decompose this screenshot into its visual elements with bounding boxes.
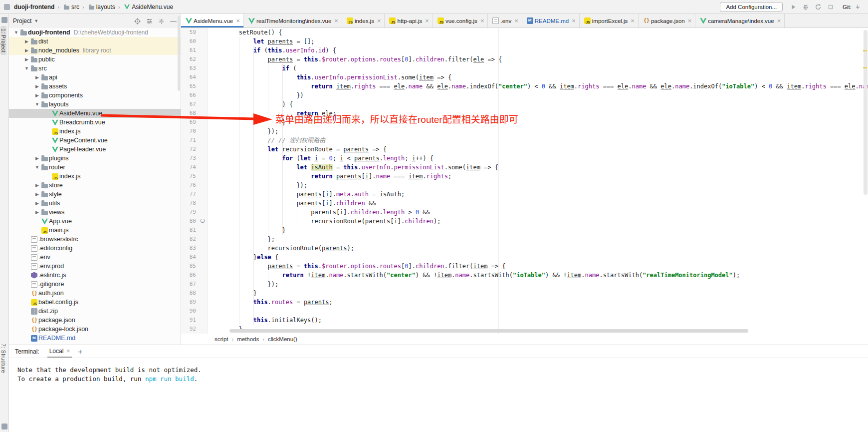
chevron-down-icon[interactable]: ▼ (13, 30, 19, 35)
tree-item-package-lock.json[interactable]: package-lock.json (9, 325, 181, 334)
close-icon[interactable]: × (480, 17, 484, 24)
code-line-70[interactable]: 70 }); (181, 127, 868, 136)
locate-file-icon[interactable] (134, 18, 141, 24)
chevron-right-icon[interactable]: ▶ (34, 84, 40, 89)
chevron-down-icon[interactable]: ▼ (23, 66, 30, 71)
hide-panel-icon[interactable]: — (170, 18, 177, 24)
breadcrumb-clickmenu-[interactable]: clickMenu() (268, 336, 297, 342)
tree-item-router[interactable]: ▼router (9, 163, 181, 172)
tree-item-dist.zip[interactable]: dist.zip (9, 307, 181, 316)
code-line-73[interactable]: 73 for (let i = 0; i < parents.length; i… (181, 154, 868, 163)
tab-http-api.js[interactable]: http-api.js× (385, 14, 433, 27)
tab-realtimemonitoring-index.vue[interactable]: realTimeMonitoring\index.vue× (244, 14, 342, 27)
terminal-tab-local[interactable]: Local × (47, 345, 72, 358)
stop-icon[interactable] (826, 2, 835, 11)
close-icon[interactable]: × (377, 17, 381, 24)
run-icon[interactable] (789, 2, 797, 11)
title-project-name[interactable]: duoji-frontend (14, 3, 54, 10)
code-line-72[interactable]: 72 let recursionRoute = parents => { (181, 145, 868, 154)
close-icon[interactable]: × (572, 17, 576, 24)
tab-package.json[interactable]: package.json× (639, 14, 695, 27)
chevron-right-icon[interactable]: ▶ (34, 210, 40, 215)
tree-item-api[interactable]: ▶api (9, 73, 181, 82)
close-icon[interactable]: × (66, 348, 70, 355)
tree-item-breadcrumb.vue[interactable]: Breadcrumb.vue (9, 118, 181, 127)
tree-item-.eslintrc.js[interactable]: .eslintrc.js (9, 271, 181, 280)
tree-item-.browserslistrc[interactable]: .browserslistrc (9, 235, 181, 244)
code-line-65[interactable]: 65 return item.rights === ele.name && el… (181, 82, 868, 91)
code-area[interactable]: 59 setRoute() {60 let parents = [];61 if… (181, 28, 868, 334)
tree-item-style[interactable]: ▶style (9, 190, 181, 199)
tab-readme.md[interactable]: README.md× (522, 14, 580, 27)
horizontal-scrollbar[interactable] (229, 329, 748, 333)
git-label[interactable]: Git: (843, 4, 852, 10)
code-line-86[interactable]: 86 return !item.name.startsWith("center"… (181, 271, 868, 280)
code-line-90[interactable]: 90 (181, 307, 868, 316)
chevron-right-icon[interactable]: ▶ (23, 48, 30, 53)
chevron-right-icon[interactable]: ▶ (23, 39, 30, 44)
breadcrumb-script[interactable]: script (215, 336, 228, 342)
code-line-85[interactable]: 85 parents = this.$router.options.routes… (181, 262, 868, 271)
tree-item-index.js[interactable]: index.js (9, 172, 181, 181)
tree-item-package.json[interactable]: package.json (9, 316, 181, 325)
tree-item-views[interactable]: ▶views (9, 208, 181, 217)
tree-item-components[interactable]: ▶components (9, 91, 181, 100)
code-line-67[interactable]: 67 ) { (181, 100, 868, 109)
tab-vue.config.js[interactable]: vue.config.js× (433, 14, 488, 27)
chevron-right-icon[interactable]: ▶ (23, 57, 30, 62)
close-icon[interactable]: × (425, 17, 429, 24)
tree-item-.gitignore[interactable]: .gitignore (9, 280, 181, 289)
code-line-62[interactable]: 62 parents = this.$router.options.routes… (181, 55, 868, 64)
breadcrumb-layouts[interactable]: layouts (96, 3, 115, 10)
tool-button-structure[interactable]: 7: Structure (0, 344, 6, 373)
close-icon[interactable]: × (334, 17, 338, 24)
tree-item-utils[interactable]: ▶utils (9, 199, 181, 208)
code-line-75[interactable]: 75 return parents[i].name === item.right… (181, 172, 868, 181)
tree-item-duoji-frontend[interactable]: ▼duoji-frontendD:\zheheWeb\duoji-fronten… (9, 28, 181, 37)
git-update-icon[interactable] (854, 2, 862, 11)
code-line-89[interactable]: 89 this.routes = parents; (181, 298, 868, 307)
chevron-down-icon[interactable]: ▼ (34, 18, 38, 23)
chevron-right-icon[interactable]: ▶ (34, 183, 40, 188)
code-line-82[interactable]: 82 }; (181, 235, 868, 244)
close-icon[interactable]: × (236, 17, 240, 24)
terminal-title[interactable]: Terminal: (15, 348, 39, 355)
code-line-79[interactable]: 79 parents[i].children.length > 0 && (181, 208, 868, 217)
code-line-74[interactable]: 74 let isAuth = this.userInfo.permission… (181, 163, 868, 172)
tree-item-.env.prod[interactable]: .env.prod (9, 262, 181, 271)
close-icon[interactable]: × (688, 17, 692, 24)
tree-item-babel.config.js[interactable]: babel.config.js (9, 298, 181, 307)
chevron-right-icon[interactable]: ▶ (34, 75, 40, 80)
chevron-right-icon[interactable]: ▶ (34, 156, 40, 161)
tool-button-project[interactable]: 1: Project (0, 26, 6, 55)
tree-item-dist[interactable]: ▶dist (9, 37, 181, 46)
gear-icon[interactable] (158, 18, 165, 24)
tree-scrollbar[interactable] (178, 16, 180, 91)
tree-item-main.js[interactable]: main.js (9, 226, 181, 235)
tree-item-.editorconfig[interactable]: .editorconfig (9, 244, 181, 253)
code-line-60[interactable]: 60 let parents = []; (181, 37, 868, 46)
warning-stripe-mark[interactable] (863, 50, 867, 51)
code-line-87[interactable]: 87 }); (181, 280, 868, 289)
tree-item-readme.md[interactable]: README.md (9, 334, 181, 343)
code-line-66[interactable]: 66 }) (181, 91, 868, 100)
close-icon[interactable]: × (631, 17, 635, 24)
close-icon[interactable]: × (514, 17, 518, 24)
add-configuration-button[interactable]: Add Configuration... (720, 2, 783, 12)
tree-item-store[interactable]: ▶store (9, 181, 181, 190)
tree-item-asidemenu.vue[interactable]: AsideMenu.vue (9, 109, 181, 118)
tree-item-node-modules[interactable]: ▶node_moduleslibrary root (9, 46, 181, 55)
vertical-scrollbar[interactable] (864, 30, 868, 195)
refresh-icon[interactable] (814, 2, 822, 11)
tab-importexcel.js[interactable]: importExcel.js× (580, 14, 639, 27)
project-stripe-icon[interactable] (1, 17, 7, 23)
code-line-78[interactable]: 78 parents[i].children && (181, 199, 868, 208)
tree-item-index.js[interactable]: index.js (9, 127, 181, 136)
code-line-61[interactable]: 61 if (this.userInfo.id) { (181, 46, 868, 55)
code-line-91[interactable]: 91 this.initialKeys(); (181, 316, 868, 325)
tree-item-.env[interactable]: .env (9, 253, 181, 262)
view-options-icon[interactable] (146, 18, 153, 24)
tab-cameramanage-index.vue[interactable]: cameraManage\index.vue× (695, 14, 785, 27)
code-line-71[interactable]: 71 // // 递归权限路由 (181, 136, 868, 145)
tree-item-plugins[interactable]: ▶plugins (9, 154, 181, 163)
